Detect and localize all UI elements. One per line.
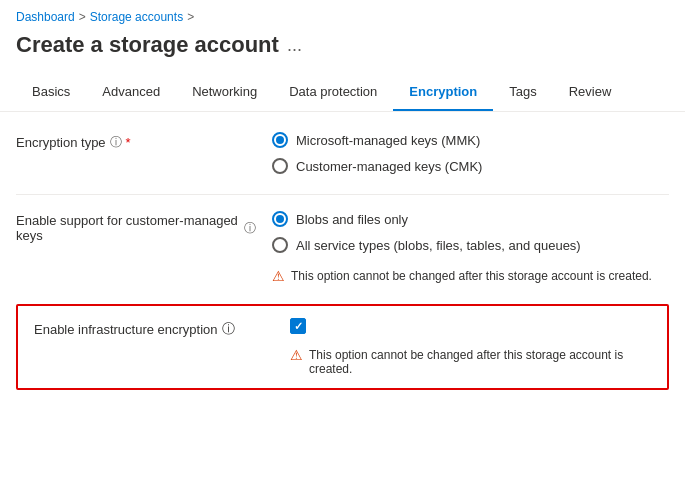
form-content: Encryption type ⓘ * Microsoft-managed ke…: [0, 112, 685, 410]
radio-mmk-circle: [272, 132, 288, 148]
radio-blobs-circle: [272, 211, 288, 227]
cmk-support-info-icon[interactable]: ⓘ: [244, 220, 256, 237]
cmk-support-section: Enable support for customer-managed keys…: [16, 211, 669, 284]
tab-networking[interactable]: Networking: [176, 74, 273, 111]
encryption-type-info-icon[interactable]: ⓘ: [110, 134, 122, 151]
cmk-warning-text: This option cannot be changed after this…: [291, 269, 652, 283]
radio-all-label: All service types (blobs, files, tables,…: [296, 238, 581, 253]
cmk-support-label: Enable support for customer-managed keys…: [16, 211, 256, 243]
breadcrumb: Dashboard > Storage accounts >: [0, 0, 685, 28]
cmk-support-row: Enable support for customer-managed keys…: [16, 211, 669, 284]
divider-1: [16, 194, 669, 195]
infra-enc-checkbox-row: ✓: [290, 318, 651, 334]
radio-blobs-label: Blobs and files only: [296, 212, 408, 227]
breadcrumb-sep2: >: [187, 10, 194, 24]
radio-blobs[interactable]: Blobs and files only: [272, 211, 652, 227]
ellipsis-button[interactable]: ...: [287, 35, 302, 56]
cmk-warning: ⚠ This option cannot be changed after th…: [272, 269, 652, 284]
infra-enc-warning: ⚠ This option cannot be changed after th…: [290, 348, 651, 376]
infra-enc-inner: Enable infrastructure encryption ⓘ ✓ ⚠ T…: [34, 318, 651, 376]
infra-enc-controls: ✓ ⚠ This option cannot be changed after …: [290, 318, 651, 376]
encryption-type-controls: Microsoft-managed keys (MMK) Customer-ma…: [272, 132, 482, 174]
page-title: Create a storage account: [16, 32, 279, 58]
infra-enc-checkbox[interactable]: ✓: [290, 318, 306, 334]
tab-advanced[interactable]: Advanced: [86, 74, 176, 111]
encryption-type-label: Encryption type ⓘ *: [16, 132, 256, 151]
page-title-row: Create a storage account ...: [0, 28, 685, 74]
tab-review[interactable]: Review: [553, 74, 628, 111]
tab-basics[interactable]: Basics: [16, 74, 86, 111]
cmk-warning-icon: ⚠: [272, 268, 285, 284]
breadcrumb-dashboard[interactable]: Dashboard: [16, 10, 75, 24]
infra-enc-warning-icon: ⚠: [290, 347, 303, 363]
radio-cmk[interactable]: Customer-managed keys (CMK): [272, 158, 482, 174]
radio-all-circle: [272, 237, 288, 253]
encryption-type-row: Encryption type ⓘ * Microsoft-managed ke…: [16, 132, 669, 174]
radio-all-services[interactable]: All service types (blobs, files, tables,…: [272, 237, 652, 253]
cmk-support-controls: Blobs and files only All service types (…: [272, 211, 652, 284]
radio-mmk-label: Microsoft-managed keys (MMK): [296, 133, 480, 148]
tab-tags[interactable]: Tags: [493, 74, 552, 111]
breadcrumb-storage-accounts[interactable]: Storage accounts: [90, 10, 183, 24]
tabs-bar: Basics Advanced Networking Data protecti…: [0, 74, 685, 112]
infra-enc-label: Enable infrastructure encryption ⓘ: [34, 318, 274, 338]
checkmark-icon: ✓: [294, 320, 303, 333]
infrastructure-encryption-section: Enable infrastructure encryption ⓘ ✓ ⚠ T…: [16, 304, 669, 390]
tab-data-protection[interactable]: Data protection: [273, 74, 393, 111]
radio-cmk-circle: [272, 158, 288, 174]
radio-cmk-label: Customer-managed keys (CMK): [296, 159, 482, 174]
radio-mmk[interactable]: Microsoft-managed keys (MMK): [272, 132, 482, 148]
tab-encryption[interactable]: Encryption: [393, 74, 493, 111]
encryption-type-section: Encryption type ⓘ * Microsoft-managed ke…: [16, 132, 669, 174]
breadcrumb-sep1: >: [79, 10, 86, 24]
infra-enc-warning-text: This option cannot be changed after this…: [309, 348, 651, 376]
infra-enc-info-icon[interactable]: ⓘ: [222, 320, 235, 338]
